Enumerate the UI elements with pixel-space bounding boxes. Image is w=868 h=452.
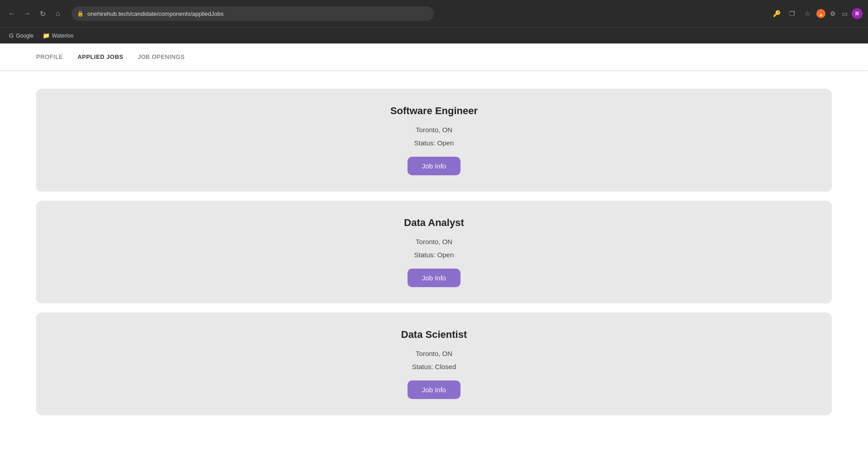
job-card-data-scientist: Data Scientist Toronto, ON Status: Close… bbox=[36, 313, 832, 415]
job-info-button-2[interactable]: Job Info bbox=[408, 269, 460, 287]
back-button[interactable]: ← bbox=[5, 7, 18, 20]
address-bar[interactable]: 🔒 onehirehub.tech/candidate/components/a… bbox=[72, 6, 434, 21]
job-location-1: Toronto, ON bbox=[416, 126, 452, 134]
job-location-3: Toronto, ON bbox=[416, 350, 452, 357]
bookmark-waterloo-label: Waterloo bbox=[52, 33, 74, 39]
url-text: onehirehub.tech/candidate/components/app… bbox=[87, 10, 224, 17]
forward-button[interactable]: → bbox=[21, 7, 34, 20]
page-wrapper: PROFILE APPLIED JOBS JOB OPENINGS Softwa… bbox=[0, 43, 868, 452]
job-card-software-engineer: Software Engineer Toronto, ON Status: Op… bbox=[36, 89, 832, 192]
nav-applied-jobs[interactable]: APPLIED JOBS bbox=[77, 52, 123, 62]
star-icon[interactable]: ☆ bbox=[801, 7, 814, 20]
job-title-2: Data Analyst bbox=[404, 217, 464, 229]
job-title-3: Data Scientist bbox=[401, 329, 467, 341]
share-icon[interactable]: ❐ bbox=[786, 7, 798, 20]
bookmark-google-label: Google bbox=[16, 33, 34, 39]
browser-nav-buttons: ← → ↻ ⌂ bbox=[5, 7, 64, 20]
google-favicon: G bbox=[9, 32, 14, 39]
bookmark-waterloo[interactable]: 📁 Waterloo bbox=[39, 30, 77, 41]
browser-actions: 🔑 ❐ ☆ 🔥 ⚙ ▭ R bbox=[770, 7, 863, 20]
job-info-button-1[interactable]: Job Info bbox=[408, 157, 460, 175]
home-button[interactable]: ⌂ bbox=[52, 7, 64, 20]
job-status-3: Status: Closed bbox=[412, 363, 456, 370]
browser-chrome: ← → ↻ ⌂ 🔒 onehirehub.tech/candidate/comp… bbox=[0, 0, 868, 27]
bookmarks-bar: G Google 📁 Waterloo bbox=[0, 27, 868, 43]
bookmark-google[interactable]: G Google bbox=[5, 30, 37, 41]
job-location-2: Toronto, ON bbox=[416, 238, 452, 245]
puzzle-icon[interactable]: ⚙ bbox=[828, 9, 837, 18]
nav-profile[interactable]: PROFILE bbox=[36, 52, 63, 62]
key-icon[interactable]: 🔑 bbox=[770, 7, 783, 20]
cast-icon[interactable]: ▭ bbox=[840, 9, 849, 18]
extension-icon[interactable]: 🔥 bbox=[816, 9, 825, 18]
job-card-data-analyst: Data Analyst Toronto, ON Status: Open Jo… bbox=[36, 201, 832, 303]
job-status-2: Status: Open bbox=[414, 251, 454, 259]
profile-avatar[interactable]: R bbox=[852, 8, 863, 19]
navbar: PROFILE APPLIED JOBS JOB OPENINGS bbox=[0, 43, 868, 71]
lock-icon: 🔒 bbox=[77, 10, 84, 17]
main-content: Software Engineer Toronto, ON Status: Op… bbox=[0, 71, 868, 433]
job-info-button-3[interactable]: Job Info bbox=[408, 380, 460, 399]
job-status-1: Status: Open bbox=[414, 139, 454, 147]
folder-icon: 📁 bbox=[43, 32, 50, 39]
nav-job-openings[interactable]: JOB OPENINGS bbox=[138, 52, 185, 62]
job-title-1: Software Engineer bbox=[390, 105, 478, 117]
reload-button[interactable]: ↻ bbox=[36, 7, 49, 20]
